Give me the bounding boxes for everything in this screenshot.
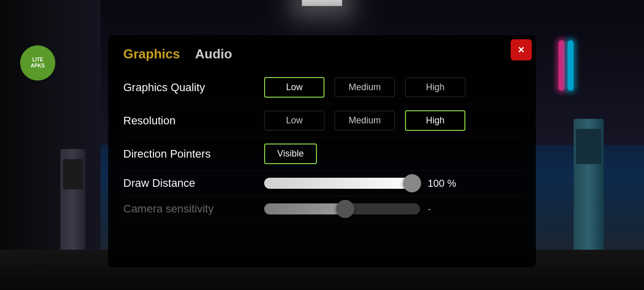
direction-pointers-visible-btn[interactable]: Visible [264,143,317,164]
draw-distance-thumb[interactable] [403,174,421,192]
settings-dialog: × Graphics Audio Graphics Quality Low Me… [108,35,536,267]
camera-sensitivity-label: Camera sensitivity [123,202,264,215]
liteapks-label: LITE APKS [31,57,45,69]
resolution-controls: Low Medium High [264,110,465,131]
graphics-quality-high-btn[interactable]: High [405,78,465,97]
camera-sensitivity-slider-container: - [264,203,463,215]
settings-content: Graphics Quality Low Medium High Resolut… [108,66,536,227]
graphics-quality-controls: Low Medium High [264,77,465,98]
close-button[interactable]: × [511,39,532,60]
resolution-medium-btn[interactable]: Medium [335,111,395,130]
camera-sensitivity-thumb[interactable] [336,200,354,218]
graphics-quality-medium-btn[interactable]: Medium [335,78,395,97]
direction-pointers-label: Direction Pointers [123,148,264,161]
draw-distance-track[interactable] [264,178,420,189]
draw-distance-controls: 100 % [264,178,463,189]
resolution-row: Resolution Low Medium High [123,104,521,137]
graphics-quality-row: Graphics Quality Low Medium High [123,71,521,104]
tab-graphics[interactable]: Graphics [123,46,180,66]
draw-distance-label: Draw Distance [123,177,264,190]
graphics-quality-label: Graphics Quality [123,81,264,94]
resolution-low-btn[interactable]: Low [264,111,325,130]
tab-audio[interactable]: Audio [195,46,232,66]
draw-distance-value: 100 % [428,178,463,189]
direction-pointers-controls: Visible [264,143,317,164]
graphics-quality-low-btn[interactable]: Low [264,77,325,98]
close-icon: × [518,44,525,55]
draw-distance-row: Draw Distance 100 % [123,171,521,196]
tabs-container: Graphics Audio [108,35,536,66]
direction-pointers-row: Direction Pointers Visible [123,137,521,171]
resolution-label: Resolution [123,114,264,127]
camera-sensitivity-track[interactable] [264,203,420,214]
liteapks-badge: LITE APKS [20,45,55,81]
resolution-high-btn[interactable]: High [405,110,465,131]
camera-sensitivity-controls: - [264,203,463,215]
draw-distance-slider-container: 100 % [264,178,463,189]
camera-sensitivity-value: - [428,203,463,215]
camera-sensitivity-row: Camera sensitivity - [123,196,521,222]
